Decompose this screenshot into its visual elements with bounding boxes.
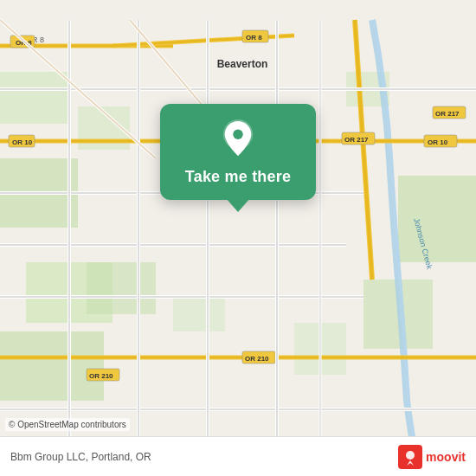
svg-rect-6: [87, 262, 156, 314]
svg-text:OR 210: OR 210: [89, 372, 113, 380]
svg-text:OR 10: OR 10: [428, 138, 448, 146]
take-me-there-button[interactable]: Take me there: [185, 166, 291, 188]
svg-point-67: [233, 129, 242, 138]
svg-text:Beaverton: Beaverton: [217, 58, 268, 70]
place-info: Bbm Group LLC, Portland, OR: [10, 451, 151, 463]
svg-text:OR 10: OR 10: [12, 138, 33, 146]
moovit-text: moovit: [426, 450, 466, 464]
svg-rect-9: [398, 176, 476, 262]
map-svg: OR 8 OR 8 OR 8 OR 10 OR 217 OR 217 OR 21…: [0, 0, 476, 476]
svg-rect-7: [173, 297, 225, 331]
svg-rect-1: [0, 72, 69, 124]
svg-text:OR 210: OR 210: [245, 355, 269, 363]
svg-rect-4: [0, 331, 104, 401]
svg-point-68: [406, 451, 415, 460]
svg-text:OR 8: OR 8: [246, 34, 262, 42]
place-name: Bbm Group LLC, Portland, OR: [10, 451, 151, 463]
map-attribution: © OpenStreetMap contributors: [5, 418, 130, 431]
popup-card: Take me there: [160, 104, 316, 200]
svg-text:OR 217: OR 217: [435, 110, 460, 118]
map-container: OR 8 OR 8 OR 8 OR 10 OR 217 OR 217 OR 21…: [0, 0, 476, 476]
moovit-logo-icon: [398, 445, 422, 469]
moovit-logo[interactable]: moovit: [398, 445, 466, 469]
svg-text:OR 217: OR 217: [344, 136, 369, 144]
info-bar: Bbm Group LLC, Portland, OR moovit: [0, 436, 476, 476]
location-pin-icon: [219, 119, 257, 158]
